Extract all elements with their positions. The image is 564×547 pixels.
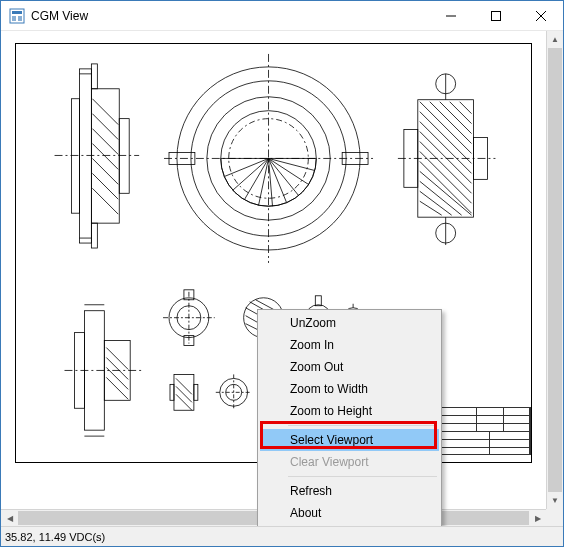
menu-label: Zoom Out <box>290 360 343 374</box>
menu-zoom-height[interactable]: Zoom to Height <box>260 400 439 422</box>
svg-line-102 <box>176 386 192 402</box>
close-button[interactable] <box>518 1 563 30</box>
svg-line-43 <box>269 158 315 170</box>
svg-line-103 <box>176 394 192 410</box>
menu-label: Zoom to Height <box>290 404 372 418</box>
svg-line-15 <box>92 114 118 140</box>
menu-about[interactable]: About <box>260 502 439 524</box>
svg-line-65 <box>460 102 472 114</box>
menu-zoom-in[interactable]: Zoom In <box>260 334 439 356</box>
svg-line-37 <box>245 158 269 199</box>
svg-line-16 <box>92 129 118 155</box>
svg-rect-100 <box>194 384 198 400</box>
svg-rect-5 <box>491 11 500 20</box>
svg-line-39 <box>269 158 273 206</box>
svg-line-52 <box>420 112 472 164</box>
menu-unzoom[interactable]: UnZoom <box>260 312 439 334</box>
svg-rect-91 <box>315 296 321 306</box>
svg-line-19 <box>92 173 118 199</box>
app-window: CGM View <box>0 0 564 547</box>
svg-line-61 <box>420 201 442 215</box>
menu-zoom-out[interactable]: Zoom Out <box>260 356 439 378</box>
svg-line-41 <box>269 158 299 195</box>
svg-line-75 <box>106 377 128 399</box>
svg-line-17 <box>92 144 118 170</box>
svg-line-35 <box>225 158 269 176</box>
svg-line-55 <box>420 142 472 194</box>
menu-separator <box>288 476 437 477</box>
vertical-scrollbar[interactable]: ▲ ▼ <box>546 31 563 509</box>
svg-line-18 <box>92 158 118 184</box>
svg-line-73 <box>106 358 128 380</box>
svg-rect-1 <box>12 11 22 14</box>
menu-refresh[interactable]: Refresh <box>260 480 439 502</box>
svg-rect-99 <box>170 384 174 400</box>
svg-line-51 <box>420 102 472 154</box>
svg-line-63 <box>440 102 472 134</box>
maximize-button[interactable] <box>473 1 518 30</box>
svg-line-58 <box>420 171 472 215</box>
menu-separator <box>288 425 437 426</box>
svg-rect-10 <box>119 119 129 194</box>
svg-line-14 <box>92 99 118 125</box>
menu-select-viewport[interactable]: Select Viewport <box>260 429 439 451</box>
menu-label: Zoom to Width <box>290 382 368 396</box>
status-coords: 35.82, 11.49 VDC(s) <box>5 531 105 543</box>
status-bar: 35.82, 11.49 VDC(s) <box>1 526 563 546</box>
titlebar: CGM View <box>1 1 563 31</box>
svg-line-53 <box>420 122 472 174</box>
menu-label: Select Viewport <box>290 433 373 447</box>
svg-line-72 <box>106 348 128 370</box>
menu-label: Refresh <box>290 484 332 498</box>
svg-line-42 <box>269 158 309 184</box>
context-menu: UnZoom Zoom In Zoom Out Zoom to Width Zo… <box>257 309 442 526</box>
drawing-titleblock <box>441 407 531 462</box>
content-area: ▲ ▼ ◀ ▶ UnZoom Zoom In Zoom Out Zoom to … <box>1 31 563 526</box>
scroll-right-arrow-icon[interactable]: ▶ <box>529 510 546 526</box>
svg-line-62 <box>430 102 472 144</box>
scroll-down-arrow-icon[interactable]: ▼ <box>547 492 563 509</box>
svg-line-54 <box>420 132 472 184</box>
svg-line-20 <box>92 188 118 214</box>
scroll-up-arrow-icon[interactable]: ▲ <box>547 31 563 48</box>
svg-rect-3 <box>18 16 22 21</box>
menu-zoom-width[interactable]: Zoom to Width <box>260 378 439 400</box>
svg-line-40 <box>269 158 287 202</box>
svg-rect-21 <box>91 64 97 89</box>
vertical-scroll-thumb[interactable] <box>548 48 562 492</box>
svg-rect-22 <box>91 223 97 248</box>
svg-line-59 <box>420 181 462 215</box>
menu-clear-viewport: Clear Viewport <box>260 451 439 473</box>
svg-rect-2 <box>12 16 16 21</box>
menu-label: UnZoom <box>290 316 336 330</box>
minimize-button[interactable] <box>428 1 473 30</box>
svg-line-64 <box>450 102 472 124</box>
svg-line-101 <box>176 378 192 394</box>
svg-rect-11 <box>71 99 79 213</box>
svg-line-56 <box>420 151 472 203</box>
svg-rect-8 <box>79 69 91 243</box>
scroll-corner <box>546 509 563 526</box>
scroll-left-arrow-icon[interactable]: ◀ <box>1 510 18 526</box>
menu-label: Clear Viewport <box>290 455 368 469</box>
menu-label: Zoom In <box>290 338 334 352</box>
menu-label: About <box>290 506 321 520</box>
app-icon <box>9 8 25 24</box>
window-title: CGM View <box>31 9 428 23</box>
window-buttons <box>428 1 563 30</box>
menu-cancel[interactable]: Cancel <box>260 524 439 526</box>
